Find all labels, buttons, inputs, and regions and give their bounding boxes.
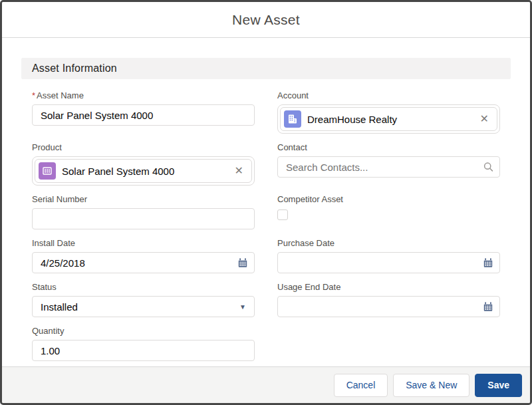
serial-number-input[interactable] [32,208,255,229]
usage-end-date-input[interactable] [277,296,500,317]
competitor-asset-checkbox[interactable] [277,209,288,220]
contact-field: Contact [277,142,500,186]
chevron-down-icon: ▼ [239,303,246,311]
form-row-3: Serial Number Competitor Asset [32,194,500,229]
form-row-1: *Asset Name Account DreamHouse Realty ✕ [32,90,500,134]
form-row-4: Install Date Purchase Date [32,237,500,273]
product-icon [39,162,56,180]
modal-body: Asset Information *Asset Name Account [2,38,530,366]
product-pill-label: Solar Panel System 4000 [62,166,233,177]
calendar-icon[interactable] [483,257,493,268]
account-label: Account [277,90,500,102]
cancel-button[interactable]: Cancel [334,374,388,397]
account-pill[interactable]: DreamHouse Realty ✕ [280,107,497,131]
quantity-label: Quantity [32,325,255,337]
form-row-6: Quantity [32,325,500,361]
status-field: Status Installed ▼ [32,281,255,317]
section-asset-information: Asset Information [21,58,511,79]
asset-name-field: *Asset Name [32,90,255,134]
asset-name-label: *Asset Name [32,90,255,102]
purchase-date-label: Purchase Date [277,237,500,249]
serial-number-field: Serial Number [32,194,255,229]
status-value: Installed [41,301,239,313]
modal-title: New Asset [232,12,300,28]
install-date-field: Install Date [32,237,255,273]
required-asterisk: * [32,90,35,100]
search-icon [483,162,493,172]
account-icon [284,110,301,128]
product-field: Product Solar Panel System 4000 ✕ [32,142,255,186]
serial-number-label: Serial Number [32,194,255,205]
product-pill[interactable]: Solar Panel System 4000 ✕ [35,159,252,183]
usage-end-date-wrap [277,296,500,317]
purchase-date-field: Purchase Date [277,237,500,273]
account-lookup[interactable]: DreamHouse Realty ✕ [277,104,500,134]
asset-name-input[interactable] [32,104,255,126]
form-row-2: Product Solar Panel System 4000 ✕ Contac… [32,142,500,186]
calendar-icon[interactable] [483,301,493,312]
empty-cell [277,325,500,361]
install-date-label: Install Date [32,237,255,249]
contact-search-input[interactable] [277,156,500,178]
status-select[interactable]: Installed ▼ [32,296,255,317]
usage-end-date-label: Usage End Date [277,281,500,293]
modal-header: New Asset [2,2,530,38]
install-date-input[interactable] [32,252,255,273]
quantity-input[interactable] [32,340,255,361]
section-title: Asset Information [32,63,117,74]
competitor-asset-field: Competitor Asset [277,194,500,229]
quantity-field: Quantity [32,325,255,361]
status-label: Status [32,281,255,293]
product-label: Product [32,142,255,154]
form-row-5: Status Installed ▼ Usage End Date [32,281,500,317]
account-clear-icon[interactable]: ✕ [479,112,490,126]
purchase-date-wrap [277,252,500,273]
new-asset-modal: New Asset Asset Information *Asset Name … [0,0,532,405]
calendar-icon[interactable] [237,257,248,268]
save-and-new-button[interactable]: Save & New [393,374,469,397]
competitor-asset-label: Competitor Asset [277,194,500,205]
account-pill-label: DreamHouse Realty [307,114,479,125]
product-clear-icon[interactable]: ✕ [233,164,245,178]
account-field: Account DreamHouse Realty ✕ [277,90,500,134]
purchase-date-input[interactable] [277,252,500,273]
contact-input-wrap [277,156,500,178]
save-button[interactable]: Save [475,374,522,397]
product-lookup[interactable]: Solar Panel System 4000 ✕ [32,156,255,186]
form-area: *Asset Name Account DreamHouse Realty ✕ [2,79,530,361]
usage-end-date-field: Usage End Date [277,281,500,317]
contact-label: Contact [277,142,500,154]
modal-footer: Cancel Save & New Save [2,366,530,403]
install-date-wrap [32,252,255,273]
